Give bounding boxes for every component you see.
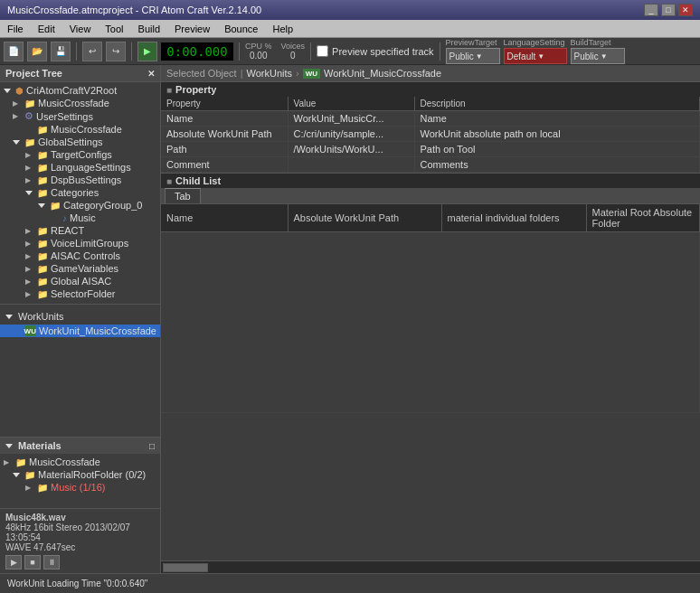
breadcrumb-workunits: WorkUnits (247, 68, 293, 79)
prop-abs-label: Absolute WorkUnit Path (161, 127, 288, 142)
undo-btn[interactable]: ↩ (82, 42, 102, 61)
time-display: 0:00.000 (161, 42, 233, 61)
mat-item-root-folder[interactable]: 📁 MaterialRootFolder (0/2) (0, 468, 160, 481)
file-stop-btn[interactable]: ■ (24, 555, 41, 569)
menu-file[interactable]: File (0, 20, 31, 37)
child-list-header: ■ Child List (161, 174, 700, 188)
file-format: WAVE 47.647sec (5, 542, 155, 552)
voices-label: Voices (281, 42, 306, 51)
file-pause-btn[interactable]: ⏸ (43, 555, 60, 569)
language-dropdown[interactable]: Default ▼ (504, 48, 567, 64)
chevron-down-icon: ▼ (476, 52, 483, 61)
tree-item-target-configs[interactable]: ▶ 📁 TargetConfigs (0, 148, 160, 161)
open-btn[interactable]: 📂 (27, 42, 47, 61)
folder-icon-mat-rf: 📁 (24, 470, 35, 480)
mat-item-music[interactable]: ▶ 📁 Music (1/16) (0, 481, 160, 494)
folder-icon-ls: 📁 (37, 163, 48, 173)
expand-cat (25, 189, 34, 197)
menu-view[interactable]: View (62, 20, 99, 37)
tree-item-dsp[interactable]: ▶ 📁 DspBusSettings (0, 174, 160, 186)
tree-item-voice-limit[interactable]: ▶ 📁 VoiceLimitGroups (0, 237, 160, 249)
menu-build[interactable]: Build (131, 20, 167, 37)
tree-item-user-settings[interactable]: ▶ ⚙ UserSettings (0, 109, 160, 123)
tree-item-react[interactable]: ▶ 📁 REACT (0, 224, 160, 237)
tab-main[interactable]: Tab (165, 188, 201, 203)
toolbar-sep2 (131, 42, 132, 61)
expand-aisac: ▶ (25, 252, 34, 260)
title-text: MusicCrossfade.atmcproject - CRI Atom Cr… (7, 5, 261, 15)
expand-wu (5, 313, 14, 321)
workunits-section-header: WorkUnits (0, 308, 160, 325)
preview-target-dropdown[interactable]: Public ▼ (446, 48, 500, 64)
maximize-btn[interactable]: □ (661, 4, 676, 16)
language-group: LanguageSetting Default ▼ (504, 38, 567, 64)
tree-item-global-settings[interactable]: 📁 GlobalSettings (0, 136, 160, 148)
project-tree[interactable]: ⬢ CriAtomCraftV2Root ▶ 📁 MusicCrossfade … (0, 82, 160, 437)
menu-bounce[interactable]: Bounce (217, 20, 265, 37)
right-panel: Selected Object | WorkUnits › WU WorkUni… (161, 65, 700, 573)
expand-mat-m: ▶ (25, 484, 34, 492)
folder-icon-mc2: 📁 (37, 125, 48, 135)
expand-mat-mc: ▶ (4, 458, 13, 466)
property-section: ■ Property Property Value Description Na… (161, 82, 700, 174)
prop-comment-value (288, 157, 414, 173)
tree-item-music-crossfade-cue[interactable]: ▶ 📁 MusicCrossfade (0, 97, 160, 109)
new-btn[interactable]: 📄 (4, 42, 24, 61)
breadcrumb: Selected Object | WorkUnits › WU WorkUni… (161, 65, 700, 82)
save-btn[interactable]: 💾 (51, 42, 71, 61)
tree-item-language-settings[interactable]: ▶ 📁 LanguageSettings (0, 161, 160, 174)
expand-materials (5, 442, 14, 450)
breadcrumb-arrow1: › (296, 68, 299, 79)
prop-col-value: Value (288, 97, 414, 111)
breadcrumb-wu-badge: WU (303, 69, 320, 79)
preview-checkbox[interactable] (317, 45, 328, 57)
expand-ga: ▶ (25, 278, 34, 286)
cpu-value: 0.00 (245, 51, 272, 61)
file-details: 48kHz 16bit Stereo 2013/02/07 13:05:54 (5, 522, 155, 542)
child-col-mat-root: Material Root Absolute Folder (586, 204, 700, 232)
cpu-label: CPU % (245, 42, 272, 51)
expand-dsp: ▶ (25, 176, 34, 184)
file-name: Music48k.wav (5, 513, 155, 522)
minimize-btn[interactable]: _ (644, 4, 658, 16)
tree-item-selector[interactable]: ▶ 📁 SelectorFolder (0, 287, 160, 300)
tree-item-root[interactable]: ⬢ CriAtomCraftV2Root (0, 84, 160, 97)
expand-gv: ▶ (25, 265, 34, 273)
prop-col-description: Description (414, 97, 700, 111)
tree-item-music-crossfade-2[interactable]: 📁 MusicCrossfade (0, 123, 160, 136)
title-controls: _ □ ✕ (644, 4, 693, 16)
file-controls: ▶ ■ ⏸ (5, 555, 155, 569)
bottom-bar: WorkUnit Loading Time "0:0:0.640" (0, 573, 700, 593)
play-btn[interactable]: ▶ (137, 42, 157, 61)
menu-tool[interactable]: Tool (98, 20, 130, 37)
tree-item-cat-group-0[interactable]: 📁 CategoryGroup_0 (0, 199, 160, 212)
prop-name-desc: Name (414, 111, 700, 127)
prop-comment-desc: Comments (414, 157, 700, 173)
file-play-btn[interactable]: ▶ (5, 555, 22, 569)
tree-item-workunit-music[interactable]: WU WorkUnit_MusicCrossfade (0, 325, 160, 337)
redo-btn[interactable]: ↪ (106, 42, 126, 61)
h-scroll-thumb[interactable] (163, 563, 208, 572)
child-table: Name Absolute WorkUnit Path material ind… (161, 204, 700, 413)
cpu-voices-display: CPU % 0.00 Voices 0 (245, 42, 305, 61)
tree-item-music[interactable]: ♪ Music (0, 212, 160, 224)
menu-edit[interactable]: Edit (31, 20, 62, 37)
tree-divider (0, 304, 160, 305)
close-btn[interactable]: ✕ (678, 4, 693, 16)
tree-item-game-vars[interactable]: ▶ 📁 GameVariables (0, 262, 160, 275)
menu-help[interactable]: Help (265, 20, 300, 37)
tree-item-aisac[interactable]: ▶ 📁 AISAC Controls (0, 249, 160, 262)
folder-icon-global: 📁 (24, 137, 35, 147)
h-scrollbar[interactable] (161, 560, 700, 573)
tree-item-categories[interactable]: 📁 Categories (0, 186, 160, 199)
build-target-dropdown[interactable]: Public ▼ (571, 48, 625, 64)
materials-close[interactable]: □ (149, 441, 155, 451)
status-text: WorkUnit Loading Time "0:0:0.640" (7, 579, 147, 588)
language-label: LanguageSetting (504, 38, 565, 47)
prop-abs-value: C:/cri/unity/sample... (288, 127, 414, 142)
menu-preview[interactable]: Preview (167, 20, 217, 37)
tree-item-global-aisac[interactable]: ▶ 📁 Global AISAC (0, 275, 160, 287)
toolbar-sep3 (239, 42, 240, 61)
mat-item-music-crossfade[interactable]: ▶ 📁 MusicCrossfade (0, 456, 160, 468)
project-tree-close[interactable]: ✕ (147, 69, 155, 79)
